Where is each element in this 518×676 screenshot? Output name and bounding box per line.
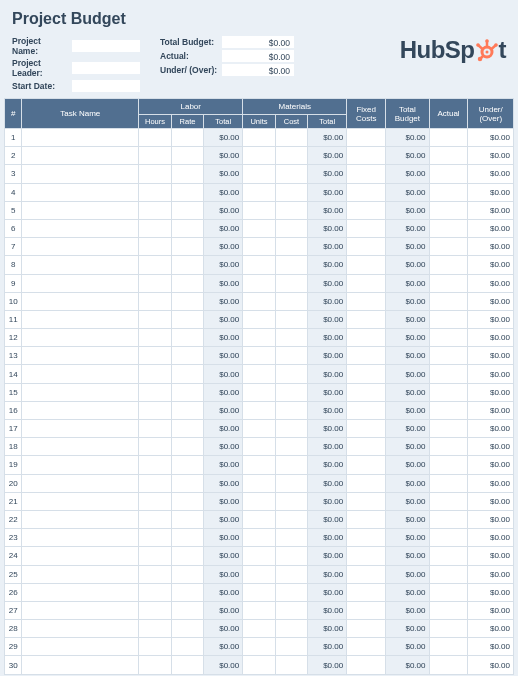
cell-h[interactable] (139, 383, 171, 401)
cell-t[interactable] (22, 420, 139, 438)
cell-uo[interactable]: $0.00 (468, 183, 514, 201)
cell-n[interactable]: 22 (5, 510, 22, 528)
cell-c[interactable] (275, 292, 307, 310)
cell-uo[interactable]: $0.00 (468, 601, 514, 619)
cell-uo[interactable]: $0.00 (468, 274, 514, 292)
cell-c[interactable] (275, 492, 307, 510)
cell-lt[interactable]: $0.00 (204, 638, 243, 656)
cell-fc[interactable] (347, 547, 386, 565)
cell-fc[interactable] (347, 401, 386, 419)
cell-tb[interactable]: $0.00 (386, 420, 429, 438)
cell-r[interactable] (171, 219, 203, 237)
cell-c[interactable] (275, 165, 307, 183)
cell-ac[interactable] (429, 347, 468, 365)
cell-ac[interactable] (429, 165, 468, 183)
cell-mt[interactable]: $0.00 (308, 292, 347, 310)
cell-u[interactable] (243, 529, 275, 547)
cell-mt[interactable]: $0.00 (308, 310, 347, 328)
cell-r[interactable] (171, 129, 203, 147)
cell-r[interactable] (171, 583, 203, 601)
cell-tb[interactable]: $0.00 (386, 492, 429, 510)
cell-uo[interactable]: $0.00 (468, 510, 514, 528)
cell-n[interactable]: 9 (5, 274, 22, 292)
cell-r[interactable] (171, 147, 203, 165)
cell-ac[interactable] (429, 256, 468, 274)
cell-h[interactable] (139, 201, 171, 219)
cell-lt[interactable]: $0.00 (204, 438, 243, 456)
cell-mt[interactable]: $0.00 (308, 638, 347, 656)
cell-c[interactable] (275, 420, 307, 438)
cell-tb[interactable]: $0.00 (386, 256, 429, 274)
cell-mt[interactable]: $0.00 (308, 620, 347, 638)
cell-t[interactable] (22, 274, 139, 292)
cell-mt[interactable]: $0.00 (308, 274, 347, 292)
cell-uo[interactable]: $0.00 (468, 565, 514, 583)
cell-c[interactable] (275, 601, 307, 619)
cell-fc[interactable] (347, 129, 386, 147)
cell-u[interactable] (243, 438, 275, 456)
cell-c[interactable] (275, 256, 307, 274)
cell-c[interactable] (275, 401, 307, 419)
cell-fc[interactable] (347, 474, 386, 492)
cell-tb[interactable]: $0.00 (386, 347, 429, 365)
cell-fc[interactable] (347, 329, 386, 347)
cell-n[interactable]: 15 (5, 383, 22, 401)
cell-h[interactable] (139, 529, 171, 547)
cell-c[interactable] (275, 656, 307, 674)
cell-u[interactable] (243, 365, 275, 383)
cell-t[interactable] (22, 219, 139, 237)
cell-u[interactable] (243, 274, 275, 292)
cell-lt[interactable]: $0.00 (204, 456, 243, 474)
cell-fc[interactable] (347, 310, 386, 328)
cell-ac[interactable] (429, 383, 468, 401)
cell-t[interactable] (22, 601, 139, 619)
cell-n[interactable]: 10 (5, 292, 22, 310)
cell-uo[interactable]: $0.00 (468, 147, 514, 165)
cell-tb[interactable]: $0.00 (386, 474, 429, 492)
cell-r[interactable] (171, 201, 203, 219)
cell-t[interactable] (22, 474, 139, 492)
cell-tb[interactable]: $0.00 (386, 219, 429, 237)
cell-ac[interactable] (429, 129, 468, 147)
cell-u[interactable] (243, 201, 275, 219)
cell-lt[interactable]: $0.00 (204, 310, 243, 328)
cell-h[interactable] (139, 583, 171, 601)
cell-ac[interactable] (429, 583, 468, 601)
cell-t[interactable] (22, 310, 139, 328)
cell-n[interactable]: 17 (5, 420, 22, 438)
cell-lt[interactable]: $0.00 (204, 401, 243, 419)
cell-lt[interactable]: $0.00 (204, 565, 243, 583)
cell-uo[interactable]: $0.00 (468, 529, 514, 547)
cell-mt[interactable]: $0.00 (308, 147, 347, 165)
cell-mt[interactable]: $0.00 (308, 165, 347, 183)
cell-mt[interactable]: $0.00 (308, 601, 347, 619)
cell-u[interactable] (243, 510, 275, 528)
cell-t[interactable] (22, 438, 139, 456)
cell-h[interactable] (139, 656, 171, 674)
cell-uo[interactable]: $0.00 (468, 256, 514, 274)
cell-tb[interactable]: $0.00 (386, 329, 429, 347)
cell-u[interactable] (243, 656, 275, 674)
cell-mt[interactable]: $0.00 (308, 510, 347, 528)
cell-h[interactable] (139, 256, 171, 274)
cell-mt[interactable]: $0.00 (308, 201, 347, 219)
cell-mt[interactable]: $0.00 (308, 492, 347, 510)
cell-lt[interactable]: $0.00 (204, 420, 243, 438)
cell-fc[interactable] (347, 529, 386, 547)
cell-uo[interactable]: $0.00 (468, 129, 514, 147)
cell-c[interactable] (275, 310, 307, 328)
cell-n[interactable]: 8 (5, 256, 22, 274)
cell-uo[interactable]: $0.00 (468, 438, 514, 456)
cell-mt[interactable]: $0.00 (308, 456, 347, 474)
cell-h[interactable] (139, 492, 171, 510)
cell-c[interactable] (275, 129, 307, 147)
cell-t[interactable] (22, 147, 139, 165)
cell-lt[interactable]: $0.00 (204, 347, 243, 365)
cell-r[interactable] (171, 420, 203, 438)
cell-h[interactable] (139, 474, 171, 492)
cell-fc[interactable] (347, 256, 386, 274)
cell-fc[interactable] (347, 201, 386, 219)
cell-uo[interactable]: $0.00 (468, 219, 514, 237)
cell-n[interactable]: 27 (5, 601, 22, 619)
cell-tb[interactable]: $0.00 (386, 456, 429, 474)
